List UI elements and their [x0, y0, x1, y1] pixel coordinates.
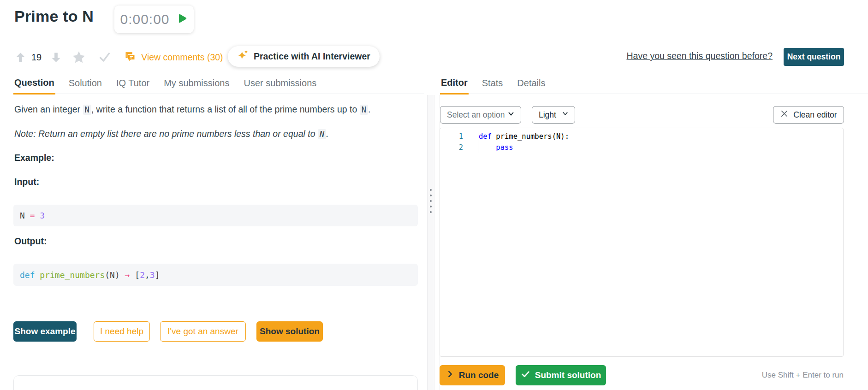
- vote-count: 19: [31, 52, 42, 63]
- seen-before-link[interactable]: Have you seen this question before?: [626, 51, 773, 61]
- example-label: Example:: [14, 153, 54, 163]
- indent-guide: [478, 131, 478, 153]
- submit-solution-button[interactable]: Submit solution: [516, 365, 606, 385]
- tab-question[interactable]: Question: [13, 77, 55, 95]
- check-icon: [521, 369, 530, 381]
- run-code-button[interactable]: Run code: [440, 365, 505, 385]
- line-number: 2: [440, 143, 463, 152]
- clean-editor-label: Clean editor: [793, 110, 837, 120]
- chevron-down-icon: [507, 110, 515, 120]
- close-icon: [780, 109, 789, 120]
- tab-user-submissions[interactable]: User submissions: [243, 78, 317, 94]
- timer-value: 0:00:00: [120, 12, 169, 27]
- ai-interviewer-button[interactable]: Practice with AI Interviewer: [228, 46, 380, 67]
- inline-code-n: N: [83, 105, 91, 115]
- inline-code-n: N: [360, 105, 368, 115]
- tab-details[interactable]: Details: [516, 78, 546, 94]
- timer[interactable]: 0:00:00: [114, 6, 194, 33]
- output-label: Output:: [14, 236, 47, 247]
- need-help-button[interactable]: I need help: [94, 321, 150, 342]
- got-answer-button[interactable]: I've got an answer: [160, 321, 246, 342]
- ai-interviewer-label: Practice with AI Interviewer: [254, 51, 370, 62]
- next-question-button[interactable]: Next question: [784, 48, 844, 66]
- tab-editor[interactable]: Editor: [440, 77, 469, 95]
- output-code-block: def prime_numbers(N) → [2,3]: [13, 264, 418, 286]
- code-line-2: 2 pass: [440, 142, 843, 153]
- upvote-icon[interactable]: [14, 51, 27, 64]
- line-number: 1: [440, 132, 463, 141]
- language-select[interactable]: Select an option: [440, 106, 521, 124]
- divider: [13, 363, 418, 363]
- panel-resizer-handle[interactable]: [427, 95, 434, 390]
- show-example-button[interactable]: Show example: [13, 321, 77, 342]
- tab-solution[interactable]: Solution: [68, 78, 103, 94]
- play-icon[interactable]: [176, 12, 188, 26]
- downvote-icon[interactable]: [50, 51, 62, 64]
- chevron-right-icon: [446, 370, 455, 381]
- submit-solution-label: Submit solution: [535, 370, 601, 380]
- tab-iq-tutor[interactable]: IQ Tutor: [115, 78, 150, 94]
- view-comments-link[interactable]: View comments (30): [124, 51, 223, 64]
- input-code-block: N = 3: [13, 205, 418, 226]
- editor-scrollbar[interactable]: [835, 129, 835, 356]
- code-area[interactable]: 1 def prime_numbers(N): 2 pass: [440, 128, 843, 356]
- right-tabbar: Editor Stats Details: [440, 77, 868, 94]
- comment-card: [13, 375, 418, 390]
- input-label: Input:: [14, 177, 39, 187]
- run-code-label: Run code: [459, 370, 499, 380]
- chevron-down-icon: [561, 110, 569, 120]
- check-icon[interactable]: [97, 50, 112, 65]
- view-comments-label: View comments (30): [141, 52, 223, 63]
- inline-code-n: N: [318, 129, 326, 139]
- code-line-1: 1 def prime_numbers(N):: [440, 131, 843, 142]
- tab-stats[interactable]: Stats: [481, 78, 504, 94]
- sparkle-icon: [237, 49, 249, 64]
- star-icon[interactable]: [71, 50, 86, 65]
- question-note: Note: Return an empty list there are no …: [14, 129, 329, 139]
- left-tabbar: Question Solution IQ Tutor My submission…: [13, 77, 424, 94]
- interview-question-page: Prime to N 0:00:00 19 View comments (30): [0, 0, 868, 390]
- run-hint: Use Shift + Enter to run: [762, 371, 844, 380]
- code-editor[interactable]: 1 def prime_numbers(N): 2 pass: [440, 128, 844, 357]
- show-solution-button[interactable]: Show solution: [256, 321, 323, 342]
- language-select-value: Select an option: [447, 110, 505, 120]
- theme-select[interactable]: Light: [532, 106, 575, 124]
- question-intro: Given an integer N, write a function tha…: [14, 104, 370, 115]
- clean-editor-button[interactable]: Clean editor: [773, 106, 844, 124]
- tab-my-submissions[interactable]: My submissions: [163, 78, 230, 94]
- theme-select-value: Light: [539, 110, 556, 120]
- comments-icon: [124, 51, 137, 64]
- page-title: Prime to N: [14, 7, 94, 25]
- vote-row: 19 View comments (30): [14, 47, 223, 67]
